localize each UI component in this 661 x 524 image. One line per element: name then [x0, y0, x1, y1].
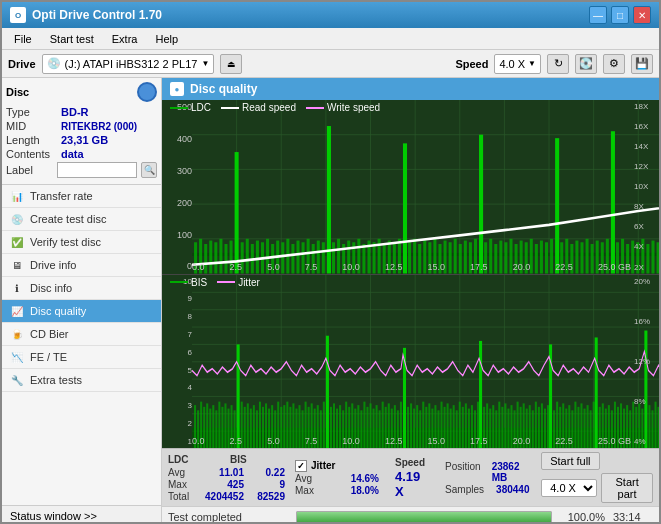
nav-icon-cd-bier: 🍺 [10, 327, 24, 341]
chart-bottom: BIS Jitter [162, 275, 659, 449]
position-section: Position 23862 MB Samples 380440 [445, 461, 533, 495]
avg-bis-value: 0.22 [250, 467, 285, 478]
legend-jitter: Jitter [217, 277, 260, 288]
jitter-checkbox[interactable]: ✓ [295, 460, 307, 472]
drive-disc-icon: 💿 [47, 57, 61, 70]
max-label: Max [168, 479, 196, 490]
disc-mid-label: MID [6, 120, 61, 132]
max-bis-value: 9 [250, 479, 285, 490]
settings-button[interactable]: ⚙ [603, 54, 625, 74]
drive-value: (J:) ATAPI iHBS312 2 PL17 [65, 58, 198, 70]
refresh-button[interactable]: ↻ [547, 54, 569, 74]
chart-bottom-legend: BIS Jitter [170, 277, 260, 288]
jitter-max-row: Max 18.0% [295, 485, 379, 496]
menu-file[interactable]: File [6, 31, 40, 47]
sidebar-item-fe-te[interactable]: 📉FE / TE [2, 346, 161, 369]
svg-rect-98 [611, 131, 615, 273]
menu-start-test[interactable]: Start test [42, 31, 102, 47]
menubar: File Start test Extra Help [2, 28, 659, 50]
sidebar-item-drive-info[interactable]: 🖥Drive info [2, 254, 161, 277]
app-icon: O [10, 7, 26, 23]
jitter-max-value: 18.0% [329, 485, 379, 496]
svg-rect-178 [326, 335, 329, 448]
minimize-button[interactable]: — [589, 6, 607, 24]
jitter-avg-row: Avg 14.6% [295, 473, 379, 484]
disc-length-row: Length 23,31 GB [6, 134, 157, 146]
sidebar-label-drive-info: Drive info [30, 259, 76, 271]
sidebar-item-extra-tests[interactable]: 🔧Extra tests [2, 369, 161, 392]
speed-stats-header: Speed [395, 457, 429, 468]
bottom-status: Test completed 100.0% 33:14 [162, 506, 659, 524]
bis-header: BIS [230, 454, 265, 465]
speed-section: Speed 4.0 X ▼ ↻ 💽 ⚙ 💾 [455, 54, 653, 74]
nav-icon-transfer-rate: 📊 [10, 189, 24, 203]
nav-icon-drive-info: 🖥 [10, 258, 24, 272]
speed-value: 4.0 X [499, 58, 525, 70]
sidebar-label-cd-bier: CD Bier [30, 328, 69, 340]
nav-icon-fe-te: 📉 [10, 350, 24, 364]
sidebar-item-transfer-rate[interactable]: 📊Transfer rate [2, 185, 161, 208]
save-button[interactable]: 💾 [631, 54, 653, 74]
disc-title: Disc [6, 86, 29, 98]
disc-label-input[interactable] [57, 162, 137, 178]
drive-label: Drive [8, 58, 36, 70]
menu-help[interactable]: Help [147, 31, 186, 47]
chart-bottom-y-left: 10 9 8 7 6 5 4 3 2 1 [162, 275, 192, 449]
progress-bar-container [296, 511, 552, 523]
start-full-button[interactable]: Start full [541, 452, 599, 470]
drive-selector[interactable]: 💿 (J:) ATAPI iHBS312 2 PL17 ▼ [42, 54, 215, 74]
disc-length-value: 23,31 GB [61, 134, 108, 146]
disc-label-row: Label 🔍 [6, 162, 157, 178]
avg-label: Avg [168, 467, 196, 478]
sidebar-label-transfer-rate: Transfer rate [30, 190, 93, 202]
disc-label-label: Label [6, 164, 53, 176]
total-row: Total 4204452 82529 [168, 491, 285, 502]
legend-bis: BIS [170, 277, 207, 288]
disc-action-button[interactable]: 💽 [575, 54, 597, 74]
close-button[interactable]: ✕ [633, 6, 651, 24]
stats-header-row: LDC BIS [168, 454, 285, 465]
sidebar-item-create-test-disc[interactable]: 💿Create test disc [2, 208, 161, 231]
sidebar-item-disc-info[interactable]: ℹDisc info [2, 277, 161, 300]
disc-quality-icon: ● [170, 82, 184, 96]
legend-ldc: LDC [170, 102, 211, 113]
maximize-button[interactable]: □ [611, 6, 629, 24]
start-part-button[interactable]: Start part [601, 473, 653, 503]
disc-quality-title: Disc quality [190, 82, 257, 96]
sidebar-item-verify-test-disc[interactable]: ✅Verify test disc [2, 231, 161, 254]
disc-contents-label: Contents [6, 148, 61, 160]
ldc-header: LDC [168, 454, 210, 465]
jitter-label: Jitter [311, 460, 335, 471]
disc-section: Disc Type BD-R MID RITEKBR2 (000) Length… [2, 78, 161, 185]
legend-ldc-label: LDC [191, 102, 211, 113]
speed-select[interactable]: 4.0 X 2.0 X MAX [541, 479, 597, 497]
legend-write-label: Write speed [327, 102, 380, 113]
drivebar: Drive 💿 (J:) ATAPI iHBS312 2 PL17 ▼ ⏏ Sp… [2, 50, 659, 78]
sidebar: Disc Type BD-R MID RITEKBR2 (000) Length… [2, 78, 162, 524]
sidebar-item-disc-quality[interactable]: 📈Disc quality [2, 300, 161, 323]
right-controls: Start full 4.0 X 2.0 X MAX Start part [541, 452, 653, 503]
eject-button[interactable]: ⏏ [220, 54, 242, 74]
titlebar: O Opti Drive Control 1.70 — □ ✕ [2, 2, 659, 28]
charts-area: LDC Read speed Write speed [162, 100, 659, 448]
svg-rect-266 [595, 337, 598, 448]
main-area: Disc Type BD-R MID RITEKBR2 (000) Length… [2, 78, 659, 524]
avg-ldc-value: 11.01 [202, 467, 244, 478]
menu-extra[interactable]: Extra [104, 31, 146, 47]
disc-label-button[interactable]: 🔍 [141, 162, 157, 178]
legend-bis-label: BIS [191, 277, 207, 288]
avg-row: Avg 11.01 0.22 [168, 467, 285, 478]
titlebar-left: O Opti Drive Control 1.70 [10, 7, 162, 23]
total-label: Total [168, 491, 196, 502]
progress-bar [297, 512, 551, 522]
status-window-label: Status window >> [10, 510, 97, 522]
sidebar-label-disc-info: Disc info [30, 282, 72, 294]
position-row: Position 23862 MB [445, 461, 533, 483]
status-window-item[interactable]: Status window >> [2, 505, 161, 524]
nav-icon-create-test-disc: 💿 [10, 212, 24, 226]
sidebar-item-cd-bier[interactable]: 🍺CD Bier [2, 323, 161, 346]
progress-text: 100.0% [560, 511, 605, 523]
titlebar-controls[interactable]: — □ ✕ [589, 6, 651, 24]
legend-read: Read speed [221, 102, 296, 113]
legend-read-label: Read speed [242, 102, 296, 113]
